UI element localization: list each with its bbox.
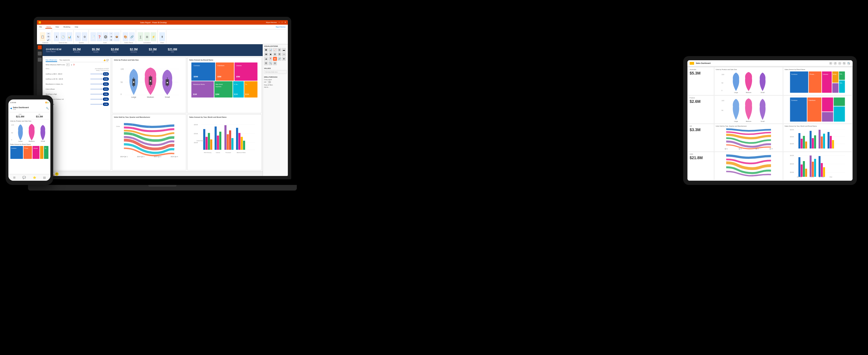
viz-icon-7[interactable]: ⊞: [273, 52, 277, 56]
manage-relationships-icon[interactable]: 🔗: [129, 32, 135, 41]
phone-nav-chat[interactable]: 💬: [22, 176, 26, 179]
viz-icon-2[interactable]: 📈: [273, 48, 277, 52]
viz-icon-0[interactable]: ▦: [264, 48, 268, 52]
viz-icon-9[interactable]: 〰: [282, 52, 286, 56]
close-icon[interactable]: ✕: [284, 21, 286, 24]
minimize-icon[interactable]: ─: [279, 21, 280, 24]
phone-kpi-usa: USA $21.8M: [16, 114, 24, 118]
viz-icon-6[interactable]: ◆: [269, 52, 273, 56]
svg-text:0: 0: [121, 93, 122, 95]
maximize-icon[interactable]: □: [282, 21, 283, 24]
tablet-bar: Sales Amount by Year, Month and Brand Na…: [783, 124, 851, 152]
phone-back-icon[interactable]: ◀: [10, 107, 12, 110]
tablet-search-icon[interactable]: 🔍: [847, 62, 850, 65]
from-template-icon[interactable]: 📦: [114, 32, 120, 41]
new-column-icon[interactable]: ⊞: [144, 32, 150, 41]
paste-icon[interactable]: 📋: [40, 32, 45, 41]
svg-rect-84: [243, 141, 245, 150]
tab-add-button[interactable]: +: [55, 172, 59, 176]
tablet-edit-icon[interactable]: ✏: [829, 62, 832, 65]
new-page-icon[interactable]: 📄: [90, 32, 96, 41]
svg-text:Contoso: Contoso: [216, 152, 220, 153]
svg-text:Small: Small: [40, 140, 45, 142]
ribbon-tab-modeling[interactable]: Modeling: [62, 26, 71, 29]
viz-icon-12[interactable]: R: [273, 57, 277, 61]
tablet-uk-label: UK: [690, 125, 713, 127]
svg-text:Medium: Medium: [147, 96, 154, 98]
nav-model-icon[interactable]: [38, 58, 42, 62]
viz-icon-10[interactable]: ☁: [264, 57, 268, 61]
svg-text:A. Da...: A. Da...: [234, 84, 239, 85]
ribbon-tab-home[interactable]: Home: [45, 26, 52, 29]
image-icon[interactable]: 🖼: [109, 35, 114, 38]
quick-measure-icon[interactable]: ⚡: [151, 32, 156, 41]
viz-icon-14[interactable]: ⊕: [282, 57, 286, 61]
publish-icon[interactable]: ⬆: [159, 32, 165, 41]
ki-tab-segments[interactable]: Top segments: [59, 59, 70, 62]
enter-data-icon[interactable]: 📊: [67, 32, 72, 41]
ki-condition-3: Color is Brown: [45, 88, 89, 90]
kpi-label-germany: Germany: [130, 51, 137, 53]
ribbon-tab-file[interactable]: File: [38, 26, 43, 29]
ki-tab-influencers[interactable]: Key influencers: [45, 59, 57, 62]
viz-icon-8[interactable]: ☰: [277, 52, 281, 56]
viz-icon-1[interactable]: 📊: [269, 48, 273, 52]
shapes-icon[interactable]: ◆: [109, 38, 114, 41]
svg-rect-173: [819, 156, 821, 177]
buttons-icon[interactable]: 🔘: [103, 32, 108, 41]
kpi-label-uk: UK: [152, 51, 154, 53]
viz-icon-16[interactable]: 🔍: [269, 61, 273, 65]
get-data-icon[interactable]: ⬇: [54, 32, 59, 41]
copy-icon[interactable]: ⧉: [46, 35, 51, 38]
svg-text:$9M: $9M: [194, 76, 198, 78]
viz-icon-15[interactable]: ☰: [264, 61, 268, 65]
svg-text:100: 100: [721, 74, 725, 76]
svg-rect-72: [208, 133, 210, 150]
phone-search-icon[interactable]: 🔍: [46, 107, 49, 110]
viz-icon-4[interactable]: ▬: [282, 48, 286, 52]
svg-rect-152: [812, 138, 814, 148]
refresh-icon[interactable]: ↻: [75, 32, 81, 41]
text-box-icon[interactable]: T: [109, 32, 114, 35]
phone-nav-apps[interactable]: ▤: [43, 176, 45, 179]
treemap-svg: Contoso $9M Fabrikam $5M Litware $: [189, 62, 259, 98]
ki-tabs: Key influencers Top segments 👍 💬: [45, 59, 109, 62]
viz-icon-5[interactable]: 🗺: [264, 52, 268, 56]
ki-filter-dropdown[interactable]: 7: [66, 63, 70, 66]
viz-icon-3[interactable]: ◎: [277, 48, 281, 52]
phone-brand-title: Sales Amount by Brand Name: [8, 143, 51, 145]
svg-text:Large: Large: [131, 96, 136, 98]
cross-report-label: Cross-report: [264, 79, 287, 81]
add-drillthrough-fields: Add dr...: [264, 86, 287, 88]
queries-icon[interactable]: ⚙: [82, 32, 87, 41]
cut-icon[interactable]: ✂: [46, 32, 51, 35]
tablet-bar-usa-svg: $600K $550K $500K: [784, 153, 850, 178]
svg-text:Th...: Th...: [245, 84, 248, 85]
svg-point-28: [166, 82, 168, 84]
recent-sources-icon[interactable]: 🕐: [60, 32, 66, 41]
nav-report-icon[interactable]: [38, 46, 42, 49]
svg-point-3: [101, 79, 102, 80]
nav-data-icon[interactable]: [38, 52, 42, 56]
tablet-australia-value: $5.3M: [690, 71, 713, 76]
viz-icon-17[interactable]: ⊡: [273, 61, 277, 65]
viz-icon-13[interactable]: 🔗: [277, 57, 281, 61]
tablet-share-icon[interactable]: ↗: [834, 62, 837, 65]
svg-text:0: 0: [11, 139, 12, 141]
tablet-sankey: Units Sold by Year, Quarter and Manufact…: [715, 124, 783, 152]
phone-nav-star[interactable]: ⭐: [33, 176, 36, 179]
svg-text:2014 Qtr 3: 2014 Qtr 3: [154, 156, 161, 157]
ribbon-tab-view[interactable]: View: [54, 26, 60, 29]
tablet-refresh-icon[interactable]: ↻: [842, 62, 846, 65]
format-painter-icon[interactable]: 🖌: [46, 38, 51, 41]
switch-theme-icon[interactable]: 🎨: [123, 32, 128, 41]
ask-question-icon[interactable]: ❓: [97, 32, 102, 41]
ribbon-tab-help[interactable]: Help: [74, 26, 79, 29]
viz-icon-11[interactable]: 📍: [269, 57, 273, 61]
tablet-favorite-icon[interactable]: ☆: [838, 62, 841, 65]
svg-text:Contoso: Contoso: [11, 147, 17, 149]
svg-text:Adventure Works: Adventure Works: [237, 152, 246, 153]
new-measure-icon[interactable]: ∑: [138, 32, 143, 41]
svg-point-5: [101, 84, 102, 85]
phone-nav-home[interactable]: ⊞: [13, 176, 16, 179]
